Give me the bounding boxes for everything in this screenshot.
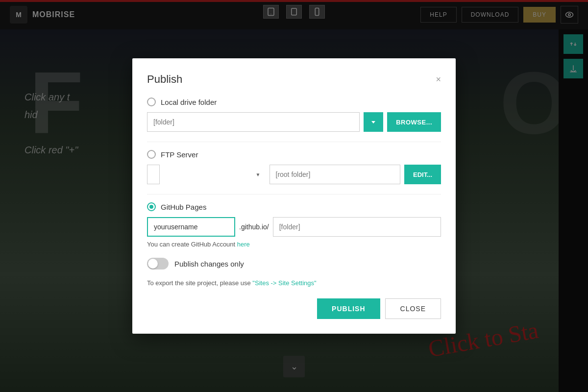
ftp-input-row: EDIT... xyxy=(147,165,441,184)
ftp-radio-row: FTP Server xyxy=(147,150,441,159)
svg-marker-6 xyxy=(371,121,375,123)
github-input-row: .github.io/ xyxy=(147,217,441,237)
ftp-radio[interactable] xyxy=(147,150,156,159)
publish-changes-toggle[interactable] xyxy=(147,258,169,270)
github-section: GitHub Pages .github.io/ You can create … xyxy=(147,202,441,248)
publish-changes-label: Publish changes only xyxy=(174,260,244,268)
publish-changes-toggle-row: Publish changes only xyxy=(147,258,441,270)
local-drive-radio-row: Local drive folder xyxy=(147,98,441,106)
export-note: To export the site project, please use "… xyxy=(147,279,441,287)
publish-modal: Publish × Local drive folder BROWSE... F… xyxy=(132,58,456,334)
local-folder-input[interactable] xyxy=(147,112,360,132)
local-drive-input-row: BROWSE... xyxy=(147,112,441,132)
modal-close-button[interactable]: × xyxy=(436,75,441,84)
github-here-link[interactable]: here xyxy=(237,241,250,248)
ftp-label: FTP Server xyxy=(161,150,198,159)
export-link[interactable]: "Sites -> Site Settings" xyxy=(252,279,316,287)
ftp-root-folder-input[interactable] xyxy=(270,165,401,184)
local-drive-radio[interactable] xyxy=(147,98,156,106)
ftp-server-section: FTP Server EDIT... xyxy=(147,150,441,184)
github-domain-text: .github.io/ xyxy=(235,223,273,231)
ftp-edit-button[interactable]: EDIT... xyxy=(404,165,441,184)
github-radio-row: GitHub Pages xyxy=(147,202,441,211)
divider-1 xyxy=(147,142,441,142)
github-username-input[interactable] xyxy=(147,217,235,237)
github-folder-input[interactable] xyxy=(273,217,441,237)
github-radio[interactable] xyxy=(147,202,156,211)
github-help-text: You can create GitHub Account here xyxy=(147,241,441,248)
local-folder-dropdown[interactable] xyxy=(364,112,383,132)
local-drive-section: Local drive folder BROWSE... xyxy=(147,98,441,132)
modal-footer: PUBLISH CLOSE xyxy=(147,298,441,319)
ftp-server-select-wrapper xyxy=(147,165,266,184)
local-drive-label: Local drive folder xyxy=(161,98,217,106)
modal-header: Publish × xyxy=(147,73,441,86)
github-label: GitHub Pages xyxy=(161,203,206,211)
close-button[interactable]: CLOSE xyxy=(385,298,441,319)
publish-button[interactable]: PUBLISH xyxy=(317,298,380,319)
divider-2 xyxy=(147,194,441,195)
browse-button[interactable]: BROWSE... xyxy=(387,112,441,132)
ftp-server-select[interactable] xyxy=(147,165,160,184)
modal-title: Publish xyxy=(147,73,182,86)
